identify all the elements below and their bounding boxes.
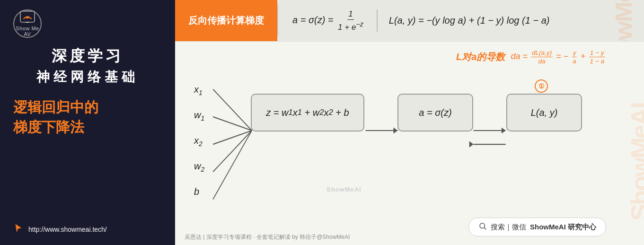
deriv-text: L对a的导数 [456, 51, 505, 63]
flow-diagram: x1 w1 x2 w2 b z = w1x1 + w2x2 + b a = σ(… [194, 70, 606, 221]
comp-box: z = w1x1 + w2x2 + b [251, 94, 364, 131]
circle-num: ① [535, 79, 548, 93]
svg-point-12 [480, 223, 485, 228]
node-x1: x1 [194, 84, 204, 96]
formula-label: 反向传播计算梯度 [175, 0, 277, 41]
bottom-caption: 吴恩达 | 深度学习专项课程 · 全套笔记解读 by 韩信子@ShowMeAI [185, 233, 350, 241]
svg-line-8 [213, 131, 252, 199]
search-text: 搜索｜微信 ShowMeAI 研究中心 [491, 223, 596, 232]
svg-line-5 [213, 117, 252, 131]
title-main: 深度学习 [13, 46, 162, 66]
flow-svg [194, 70, 606, 221]
loss-box: L(a, y) [506, 94, 582, 131]
node-b: b [194, 186, 204, 197]
logo-text: Show Me AV [14, 26, 41, 37]
formula-equations: a = σ(z) = 1 1 + e−z L(a, y) = −(y log a… [278, 0, 644, 41]
highlight-sub: 梯度下降法 [13, 117, 162, 137]
title-sub: 神经网络基础 [13, 68, 162, 86]
watermark-text: ShowMeAI [616, 0, 638, 41]
diagram-area: L对a的导数 da = dL(a,y) da = − y a + 1 − y 1… [175, 42, 644, 245]
node-x2: x2 [194, 135, 204, 148]
highlight-title: 逻辑回归中的 [13, 97, 162, 117]
node-w1: w1 [194, 110, 204, 122]
eq-part1: a = σ(z) = 1 1 + e−z [292, 9, 378, 32]
svg-line-7 [213, 131, 252, 172]
search-icon [478, 222, 487, 232]
diag-watermark: ShowMeAI [326, 186, 362, 193]
brand-search: ShowMeAI 研究中心 [530, 223, 596, 231]
logo-area: Show Me AV [13, 9, 162, 38]
formula-watermark: ShowMeAI [616, 0, 644, 41]
right-watermark-text: ShowMeAI [625, 103, 644, 221]
eq-part2: L(a, y) = −(y log a) + (1 − y) log (1 − … [378, 15, 550, 26]
formula-bar: 反向传播计算梯度 a = σ(z) = 1 1 + e−z L(a, y) = … [175, 0, 644, 42]
svg-line-6 [213, 131, 252, 144]
search-bar[interactable]: 搜索｜微信 ShowMeAI 研究中心 [468, 218, 606, 236]
website-url: http://www.showmeai.tech/ [28, 226, 107, 233]
right-watermark: ShowMeAI [625, 79, 644, 245]
website-row: http://www.showmeai.tech/ [13, 223, 162, 236]
sidebar: Show Me AV 深度学习 神经网络基础 逻辑回归中的 梯度下降法 http… [0, 0, 175, 245]
input-nodes: x1 w1 x2 w2 b [194, 84, 204, 197]
svg-line-4 [213, 89, 252, 131]
activ-box: a = σ(z) [397, 94, 473, 131]
logo-icon: Show Me AV [13, 9, 42, 38]
cursor-icon [13, 223, 24, 236]
svg-point-1 [26, 17, 29, 19]
svg-line-13 [484, 228, 486, 229]
derivative-label: L对a的导数 da = dL(a,y) da = − y a + 1 − y 1… [456, 49, 606, 65]
node-w2: w2 [194, 161, 204, 173]
main-content: 反向传播计算梯度 a = σ(z) = 1 1 + e−z L(a, y) = … [175, 0, 644, 245]
fraction-1: 1 1 + e−z [337, 9, 364, 32]
deriv-formula: da = dL(a,y) da = − y a + 1 − y 1 − a [511, 49, 606, 65]
